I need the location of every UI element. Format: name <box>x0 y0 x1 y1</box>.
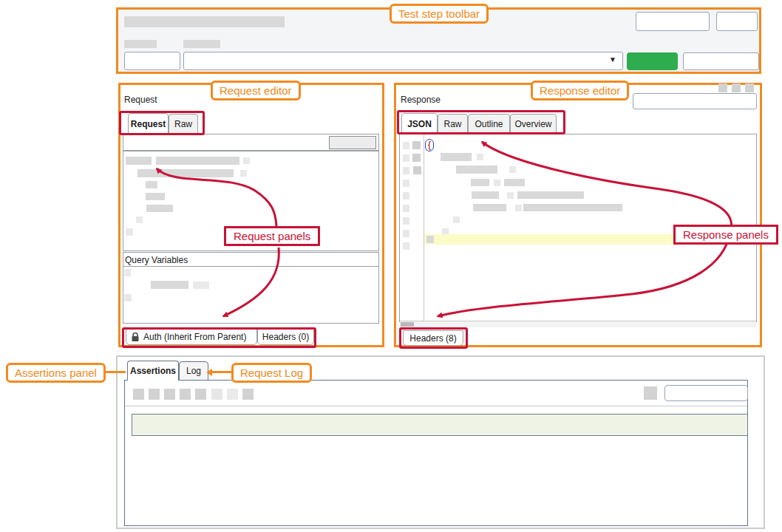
assertions-panel-callout-label: Assertions panel <box>6 363 106 383</box>
toolbar-callout-label: Test step toolbar <box>390 4 489 24</box>
assertions-toolbar-button-7[interactable] <box>227 389 238 400</box>
tab-headers-8[interactable]: Headers (8) <box>403 330 463 346</box>
request-editor-callout-label: Request editor <box>211 81 301 100</box>
response-panels-label: Response panels <box>673 225 778 245</box>
response-title: Response <box>401 95 441 105</box>
placeholder-bar <box>517 191 584 199</box>
placeholder-bar <box>137 169 234 177</box>
request-log-callout-label: Request Log <box>231 363 312 383</box>
assertions-list-panel <box>124 380 748 526</box>
assertions-toolbar-button-4[interactable] <box>180 389 191 400</box>
response-window-button-3[interactable] <box>745 83 754 92</box>
placeholder-bar <box>515 205 522 211</box>
request-panels-label: Request panels <box>224 226 320 246</box>
placeholder-bar <box>441 153 472 161</box>
request-log-connector-arrow <box>206 369 212 376</box>
gutter-marker <box>403 142 409 149</box>
gutter-marker <box>403 192 409 200</box>
request-log-connector-line <box>211 371 233 373</box>
response-window-button-2[interactable] <box>732 83 741 92</box>
tab-assertions[interactable]: Assertions <box>127 361 179 381</box>
assertions-toolbar-button-5[interactable] <box>195 389 206 400</box>
placeholder-bar <box>193 282 209 289</box>
toolbar-top-button-1[interactable] <box>636 12 710 31</box>
endpoint-dropdown[interactable]: ▼ <box>183 52 623 70</box>
tab-auth[interactable]: Auth (Inherit From Parent) <box>126 329 257 345</box>
tab-request-raw[interactable]: Raw <box>169 114 198 134</box>
placeholder-bar <box>124 269 131 276</box>
gutter-marker <box>403 217 409 225</box>
placeholder-bar <box>124 16 285 27</box>
assertions-toolbar-button-1[interactable] <box>133 389 144 400</box>
placeholder-bar <box>156 157 239 165</box>
assertions-toolbar-button-6[interactable] <box>211 389 222 400</box>
toolbar-method-button[interactable] <box>124 52 180 70</box>
placeholder-bar <box>507 192 514 199</box>
placeholder-bar <box>504 179 525 186</box>
gutter-marker <box>403 242 409 250</box>
send-button[interactable] <box>627 52 678 70</box>
tab-outline[interactable]: Outline <box>468 114 510 134</box>
request-toolbar-button[interactable] <box>329 136 376 149</box>
placeholder-bar <box>453 216 460 223</box>
chevron-down-icon: ▼ <box>609 55 616 64</box>
placeholder-bar <box>494 180 500 186</box>
assertions-toolbar-button-3[interactable] <box>164 389 175 400</box>
placeholder-bar <box>472 191 499 199</box>
gutter-divider <box>424 134 424 321</box>
gutter-marker <box>403 167 409 174</box>
gutter-marker <box>403 230 409 237</box>
request-title: Request <box>124 95 157 105</box>
query-variables-header: Query Variables <box>123 252 379 266</box>
toolbar-top-button-2[interactable] <box>716 12 758 31</box>
placeholder-bar <box>509 166 516 173</box>
tab-auth-label: Auth (Inherit From Parent) <box>143 332 246 342</box>
placeholder-bar <box>146 205 173 212</box>
placeholder-bar <box>240 170 247 177</box>
json-root-node[interactable]: { <box>425 139 434 151</box>
tab-request[interactable]: Request <box>128 113 169 134</box>
placeholder-bar <box>146 193 165 200</box>
gutter-marker[interactable] <box>412 154 421 162</box>
gutter-marker <box>403 154 409 162</box>
gutter-marker[interactable] <box>412 141 421 149</box>
lock-icon <box>131 332 140 342</box>
assertions-toolbar-button-8[interactable] <box>242 389 254 400</box>
placeholder-bar <box>146 181 157 188</box>
tab-json[interactable]: JSON <box>401 113 438 134</box>
placeholder-bar <box>151 281 188 289</box>
tab-overview[interactable]: Overview <box>510 114 557 134</box>
placeholder-bar <box>471 179 489 186</box>
placeholder-bar <box>183 40 220 48</box>
placeholder-bar <box>136 216 143 223</box>
tab-log[interactable]: Log <box>179 361 208 381</box>
placeholder-bar <box>473 204 506 211</box>
request-toolbar-row <box>123 134 379 151</box>
placeholder-bar <box>477 154 483 160</box>
placeholder-bar <box>426 236 434 243</box>
placeholder-bar <box>243 157 250 164</box>
placeholder-bar <box>126 228 133 236</box>
assertions-filter-icon[interactable] <box>644 386 657 400</box>
response-editor-callout-label: Response editor <box>531 81 629 100</box>
placeholder-bar <box>523 204 622 211</box>
assertions-toolbar-button-2[interactable] <box>149 389 160 400</box>
gutter-marker <box>403 205 409 212</box>
tab-headers-0[interactable]: Headers (0) <box>257 329 314 345</box>
gutter-marker <box>403 180 409 187</box>
scrollbar-thumb[interactable] <box>401 322 414 327</box>
placeholder-bar <box>124 40 157 48</box>
placeholder-bar <box>124 294 132 301</box>
response-h-scrollbar[interactable] <box>400 321 756 327</box>
response-search-input[interactable] <box>633 93 757 109</box>
query-variables-panel[interactable] <box>123 266 379 324</box>
toolbar-right-button[interactable] <box>683 52 759 70</box>
response-window-button-1[interactable] <box>718 83 727 92</box>
placeholder-bar <box>126 157 152 165</box>
query-variables-label: Query Variables <box>125 255 188 265</box>
gutter-marker[interactable] <box>413 166 421 174</box>
assertions-search-input[interactable] <box>664 385 748 401</box>
assertion-row[interactable] <box>132 414 748 436</box>
tab-response-raw[interactable]: Raw <box>438 114 468 134</box>
assertions-toolbar-divider <box>125 406 747 406</box>
